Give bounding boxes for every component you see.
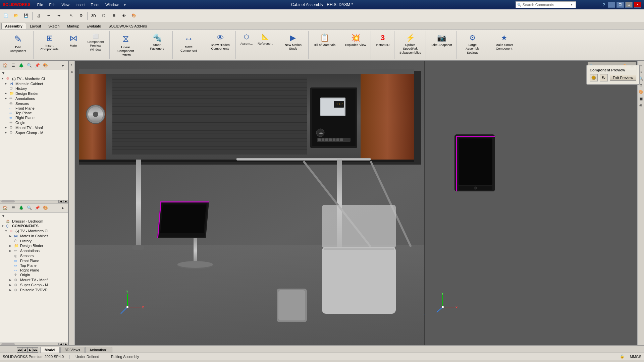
tab-evaluate[interactable]: Evaluate — [83, 23, 105, 29]
show-hidden-button[interactable]: 👁 Show Hidden Components — [207, 32, 233, 52]
insert-components-button[interactable]: ⊞ Insert Components — [36, 32, 63, 53]
edit-component-button[interactable]: ✎ Edit Component — [5, 32, 31, 54]
tree-item-top-plane[interactable]: ▭ Top Plane — [0, 111, 68, 115]
menu-insert[interactable]: Insert — [73, 2, 88, 7]
assembly-button[interactable]: ⬡ Assem... — [238, 32, 255, 47]
help-icon[interactable]: ? — [603, 2, 605, 7]
tree-item-origin[interactable]: ✛ Origin — [0, 120, 68, 125]
view-cube-button[interactable]: ⬡ — [99, 11, 108, 20]
tree-item-right-plane-2[interactable]: ▭ Right Plane — [0, 268, 68, 273]
tree-item-tv-manfrotto-2[interactable]: ▼ ⚙ (-) TV - Manfrotto CI — [0, 229, 68, 234]
menu-window[interactable]: Window — [103, 2, 121, 7]
search-bottom-button[interactable]: 🔍 — [25, 204, 33, 212]
search-dropdown-icon[interactable]: ▾ — [571, 3, 573, 6]
menu-more[interactable]: ▸ — [122, 2, 129, 7]
hscroll-thumb-top[interactable] — [1, 200, 15, 202]
tab-nav-last[interactable]: ▶▶ — [33, 347, 38, 353]
instant3d-button[interactable]: 3 Instant3D — [374, 32, 392, 48]
more-bottom-button[interactable]: ▸ — [59, 204, 67, 212]
color-bottom-button[interactable]: 🎨 — [42, 204, 49, 212]
tab-markup[interactable]: Markup — [63, 23, 83, 29]
tree-item-right-plane[interactable]: ▭ Right Plane — [0, 115, 68, 120]
vp-tool-1[interactable]: ↑ — [69, 62, 75, 68]
home-icon[interactable]: 🏠 — [1, 62, 9, 69]
new-motion-button[interactable]: ▶ New Motion Study — [280, 32, 306, 52]
cp-material-icon[interactable] — [590, 74, 598, 81]
section-button[interactable]: ⊞ — [109, 11, 118, 20]
menu-tools[interactable]: Tools — [88, 2, 102, 7]
new-button[interactable]: 📄 — [1, 11, 11, 20]
menu-view[interactable]: View — [59, 2, 72, 7]
hide-show-button[interactable]: 👁 — [119, 11, 128, 20]
hscroll-thumb-bottom[interactable] — [1, 343, 15, 345]
undo-button[interactable]: ↩ — [44, 11, 53, 20]
tree-item-mates[interactable]: ▶ ⋈ Mates in Cabinet — [0, 81, 68, 86]
menu-file[interactable]: File — [35, 2, 46, 7]
maximize-button[interactable]: ⊡ — [625, 2, 633, 8]
color-button[interactable]: 🎨 — [42, 62, 49, 69]
tree-item-sensors-2[interactable]: ◎ Sensors — [0, 253, 68, 258]
tab-solidworks-addins[interactable]: SOLIDWORKS Add-Ins — [105, 23, 151, 29]
tab-assembly[interactable]: Assembly — [1, 23, 26, 29]
tree-item-history[interactable]: ⏱ History — [0, 86, 68, 91]
tree-item-front-plane[interactable]: ▭ Front Plane — [0, 106, 68, 111]
tab-nav-prev[interactable]: ◀ — [22, 347, 28, 353]
linear-pattern-button[interactable]: ⧖ Linear Component Pattern — [112, 32, 139, 58]
minimize-button[interactable]: — — [608, 2, 615, 8]
close-button[interactable]: ✕ — [634, 2, 641, 8]
scroll-right-bottom[interactable]: ▶ — [63, 343, 68, 346]
tree-item-annotations-2[interactable]: ▶ ✏ Annotations — [0, 248, 68, 253]
update-speedpak-button[interactable]: ⚡ Update SpeedPak Subassemblies — [397, 32, 424, 56]
redo-button[interactable]: ↪ — [54, 11, 63, 20]
tree-item-front-plane-2[interactable]: ▭ Front Plane — [0, 258, 68, 263]
print-button[interactable]: 🖨 — [34, 11, 43, 20]
pin-button[interactable]: 📌 — [34, 62, 41, 69]
tree-item-components[interactable]: ▼ ⬡ COMPONENTS — [0, 224, 68, 229]
tab-animation1[interactable]: Animation1 — [85, 347, 112, 353]
select-button[interactable]: ↖ — [66, 11, 76, 20]
tree-item-sensors[interactable]: ◎ Sensors — [0, 101, 68, 106]
search-area[interactable]: 🔍 ▾ — [516, 1, 576, 8]
home-bottom-icon[interactable]: 🏠 — [1, 204, 9, 212]
vp-r-tool-5[interactable]: 🎨 — [638, 89, 644, 95]
tab-3d-views[interactable]: 3D Views — [60, 347, 85, 353]
tree-item-tv-manfrotto[interactable]: ▼ ⚙ (-) TV - Manfrotto CI — [0, 76, 68, 81]
tree-item-history-2[interactable]: ⏱ History — [0, 239, 68, 243]
vp-tool-2[interactable]: ⊕ — [69, 69, 75, 75]
tab-sketch[interactable]: Sketch — [45, 23, 63, 29]
open-button[interactable]: 📂 — [11, 11, 21, 20]
save-button[interactable]: 💾 — [21, 11, 31, 20]
list-view-button[interactable]: ☰ — [9, 62, 17, 69]
tree-item-mount-tv[interactable]: ▶ ⚙ Mount TV - Manf — [0, 125, 68, 130]
tree-item-mount-tv-2[interactable]: ▶ ⚙ Mount TV - Manf — [0, 278, 68, 283]
component-preview-button[interactable]: ⬜ Component Preview Window — [84, 32, 107, 53]
exploded-view-button[interactable]: 💥 Exploded View — [343, 32, 369, 48]
search-tree-button[interactable]: 🔍 — [25, 62, 33, 69]
tree-item-top-plane-2[interactable]: ▭ Top Plane — [0, 263, 68, 268]
bom-button[interactable]: 📋 Bill of Materials — [311, 32, 337, 48]
tree-item-design-binder[interactable]: ▶ 📁 Design Binder — [0, 91, 68, 96]
mate-button[interactable]: ⋈ Mate — [64, 32, 83, 49]
restore-button[interactable]: ❐ — [616, 2, 624, 8]
tab-nav-next[interactable]: ▶ — [28, 347, 33, 353]
more-button[interactable]: ▸ — [59, 62, 67, 69]
menu-edit[interactable]: Edit — [46, 2, 58, 7]
3d-viewport[interactable]: 13.6 ◀▶ — [69, 61, 644, 345]
make-smart-button[interactable]: ★ Make Smart Component — [491, 32, 517, 52]
pin-bottom-button[interactable]: 📌 — [34, 204, 41, 212]
tree-view-bottom-button[interactable]: 🌲 — [17, 204, 25, 212]
search-input[interactable] — [523, 3, 570, 7]
tab-layout[interactable]: Layout — [26, 23, 45, 29]
tree-item-dresser[interactable]: 🏠 Dresser - Bedroom — [0, 219, 68, 224]
snapshot-button[interactable]: 📷 Take Snapshot — [429, 32, 454, 48]
tree-view-button[interactable]: 🌲 — [17, 62, 25, 69]
tree-item-annotations[interactable]: ▶ ✏ Annotations — [0, 96, 68, 101]
tree-item-palsonic-2[interactable]: ▶ ⚙ Palsonic TVDVD — [0, 288, 68, 293]
tree-item-super-clamp[interactable]: ▶ ⚙ Super Clamp - M — [0, 130, 68, 135]
tree-item-super-clamp-2[interactable]: ▶ ⚙ Super Clamp - M — [0, 283, 68, 288]
3d-view-button[interactable]: 3D — [89, 11, 98, 20]
scroll-right-top[interactable]: ▶ — [63, 200, 68, 203]
tab-nav-first[interactable]: ◀◀ — [17, 347, 22, 353]
tree-item-design-binder-2[interactable]: ▶ 📁 Design Binder — [0, 243, 68, 248]
scroll-left-bottom[interactable]: ◀ — [58, 343, 63, 346]
